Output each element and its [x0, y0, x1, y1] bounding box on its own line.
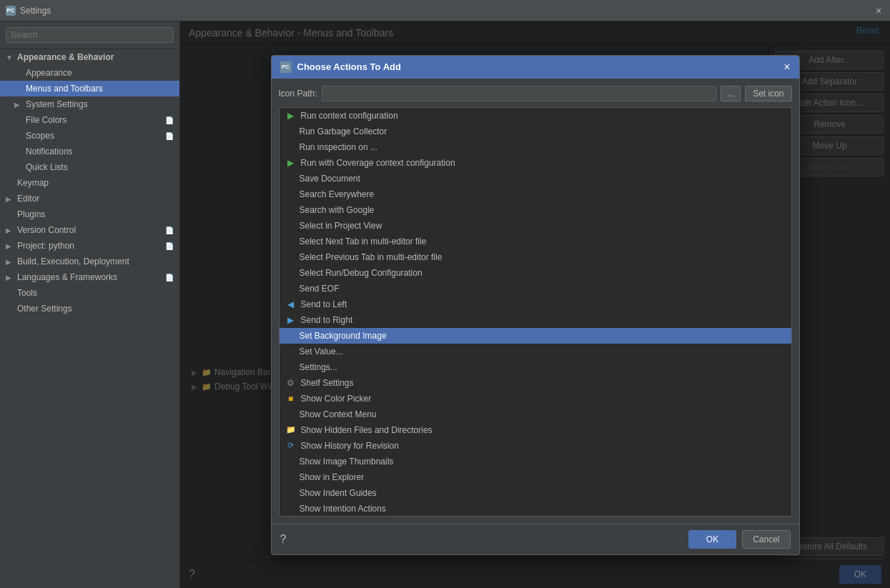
sidebar-item-tools[interactable]: Tools	[0, 285, 179, 301]
action-icon-send-right: ▶	[285, 314, 297, 326]
action-label-run-gc: Run Garbage Collector	[300, 126, 387, 136]
action-select-run-debug[interactable]: Select Run/Debug Configuration	[280, 265, 791, 281]
action-show-hidden-files[interactable]: 📁 Show Hidden Files and Directories	[280, 422, 791, 438]
action-icon-send-left: ◀	[285, 299, 297, 310]
modal-ok-button[interactable]: OK	[688, 530, 736, 549]
action-run-inspection[interactable]: Run inspection on ...	[280, 139, 791, 155]
action-search-everywhere[interactable]: Search Everywhere	[280, 186, 791, 202]
action-settings[interactable]: Settings...	[280, 359, 791, 375]
action-select-project[interactable]: Select in Project View	[280, 218, 791, 234]
action-label-show-image-thumbnails: Show Image Thumbnails	[300, 457, 394, 467]
action-save-document[interactable]: Save Document	[280, 171, 791, 186]
sidebar-item-menus-toolbars[interactable]: Menus and Toolbars	[0, 81, 179, 96]
action-show-intention-actions[interactable]: Show Intention Actions	[280, 501, 791, 517]
action-label-select-run-debug: Select Run/Debug Configuration	[300, 268, 422, 278]
app-title: Settings	[20, 6, 873, 16]
sidebar-item-scopes[interactable]: Scopes 📄	[0, 128, 179, 144]
sidebar-item-notifications[interactable]: Notifications	[0, 144, 179, 159]
action-run-coverage[interactable]: ▶ Run with Coverage context configuratio…	[280, 155, 791, 171]
icon-path-input[interactable]	[322, 86, 717, 101]
action-select-prev-tab[interactable]: Select Previous Tab in multi-editor file	[280, 249, 791, 265]
modal-footer-buttons: OK Cancel	[688, 530, 791, 549]
sidebar-search-container	[0, 21, 179, 49]
action-select-next-tab[interactable]: Select Next Tab in multi-editor file	[280, 234, 791, 249]
sidebar-item-editor[interactable]: ▶ Editor	[0, 191, 179, 206]
sidebar-label-appearance-behavior: Appearance & Behavior	[17, 52, 114, 62]
action-show-image-thumbnails[interactable]: Show Image Thumbnails	[280, 454, 791, 469]
expand-arrow-build: ▶	[6, 258, 14, 266]
main-layout: ▼ Appearance & Behavior Appearance Menus…	[0, 21, 890, 588]
action-send-eof[interactable]: Send EOF	[280, 281, 791, 297]
action-show-in-explorer[interactable]: Show in Explorer	[280, 469, 791, 485]
expand-arrow-editor: ▶	[6, 195, 14, 203]
modal-title-icon: PC	[280, 61, 292, 73]
expand-arrow-lang: ▶	[6, 274, 14, 281]
action-send-left[interactable]: ◀ Send to Left	[280, 297, 791, 312]
action-show-indent-guides[interactable]: Show Indent Guides	[280, 485, 791, 501]
modal-overlay: PC Choose Actions To Add × Icon Path: ..…	[180, 21, 890, 588]
action-show-color-picker[interactable]: ■ Show Color Picker	[280, 391, 791, 407]
action-label-run-coverage: Run with Coverage context configuration	[301, 158, 455, 168]
modal-close-button[interactable]: ×	[783, 61, 790, 73]
action-label-run-context: Run context configuration	[301, 111, 398, 121]
expand-arrow-system: ▶	[14, 101, 23, 109]
action-search-google[interactable]: Search with Google	[280, 202, 791, 218]
sidebar-item-project-python[interactable]: ▶ Project: python 📄	[0, 238, 179, 254]
modal-title-text: Choose Actions To Add	[297, 61, 401, 72]
sidebar-label-keymap: Keymap	[17, 178, 49, 188]
action-label-run-inspection: Run inspection on ...	[300, 142, 377, 152]
sidebar-item-file-colors[interactable]: File Colors 📄	[0, 112, 179, 128]
sidebar-item-appearance[interactable]: Appearance	[0, 65, 179, 81]
sidebar-item-other-settings[interactable]: Other Settings	[0, 301, 179, 317]
sidebar-label-build-execution: Build, Execution, Deployment	[17, 256, 129, 266]
sidebar-label-file-colors: File Colors	[26, 115, 66, 125]
action-label-show-intention-actions: Show Intention Actions	[300, 504, 386, 514]
action-icon-show-color-picker: ■	[285, 393, 297, 404]
modal-cancel-button[interactable]: Cancel	[742, 530, 790, 549]
sidebar-label-other-settings: Other Settings	[17, 304, 72, 314]
action-set-value[interactable]: Set Value...	[280, 344, 791, 359]
action-set-bg-image[interactable]: Set Background Image	[280, 328, 791, 344]
sidebar-item-plugins[interactable]: Plugins	[0, 206, 179, 222]
expand-arrow-vc: ▶	[6, 226, 14, 234]
set-icon-button[interactable]: Set icon	[745, 86, 791, 101]
sidebar-label-plugins: Plugins	[17, 209, 45, 219]
sidebar: ▼ Appearance & Behavior Appearance Menus…	[0, 21, 180, 588]
window-close-button[interactable]: ×	[873, 5, 884, 16]
icon-path-label: Icon Path:	[279, 89, 317, 99]
sidebar-item-appearance-behavior[interactable]: ▼ Appearance & Behavior	[0, 49, 179, 65]
sidebar-item-system-settings[interactable]: ▶ System Settings	[0, 96, 179, 112]
actions-list[interactable]: ▶ Run context configuration Run Garbage …	[279, 107, 792, 517]
sidebar-label-scopes: Scopes	[26, 131, 54, 141]
action-label-send-eof: Send EOF	[300, 284, 340, 294]
action-send-right[interactable]: ▶ Send to Right	[280, 312, 791, 328]
icon-path-browse-button[interactable]: ...	[721, 86, 741, 101]
sidebar-item-keymap[interactable]: Keymap	[0, 175, 179, 191]
sidebar-item-quick-lists[interactable]: Quick Lists	[0, 159, 179, 175]
sidebar-label-tools: Tools	[17, 288, 37, 298]
sidebar-label-appearance: Appearance	[26, 68, 72, 78]
action-show-history-revision[interactable]: ⟳ Show History for Revision	[280, 438, 791, 454]
sidebar-item-version-control[interactable]: ▶ Version Control 📄	[0, 222, 179, 238]
action-label-send-left: Send to Left	[301, 299, 347, 309]
modal-footer: ? OK Cancel	[272, 524, 799, 554]
action-run-context[interactable]: ▶ Run context configuration	[280, 108, 791, 124]
action-shelf-settings[interactable]: ⚙ Shelf Settings	[280, 375, 791, 391]
sidebar-item-build-execution[interactable]: ▶ Build, Execution, Deployment	[0, 254, 179, 269]
action-run-gc[interactable]: Run Garbage Collector	[280, 124, 791, 139]
action-label-show-hidden-files: Show Hidden Files and Directories	[301, 425, 432, 435]
action-label-show-history-revision: Show History for Revision	[301, 441, 399, 451]
action-label-save-document: Save Document	[300, 174, 360, 184]
action-show-context-menu[interactable]: Show Context Menu	[280, 407, 791, 422]
action-label-show-in-explorer: Show in Explorer	[300, 472, 365, 482]
sidebar-label-menus-toolbars: Menus and Toolbars	[26, 84, 103, 94]
sidebar-search-input[interactable]	[6, 27, 174, 43]
title-bar: PC Settings ×	[0, 0, 890, 21]
action-icon-show-history: ⟳	[285, 440, 297, 452]
action-label-settings: Settings...	[300, 362, 337, 372]
sidebar-item-languages-frameworks[interactable]: ▶ Languages & Frameworks 📄	[0, 269, 179, 285]
action-icon-show-hidden-files: 📁	[285, 424, 297, 436]
modal-help-icon[interactable]: ?	[280, 533, 287, 546]
modal-dialog: PC Choose Actions To Add × Icon Path: ..…	[271, 55, 800, 555]
modal-title-left: PC Choose Actions To Add	[280, 61, 401, 73]
